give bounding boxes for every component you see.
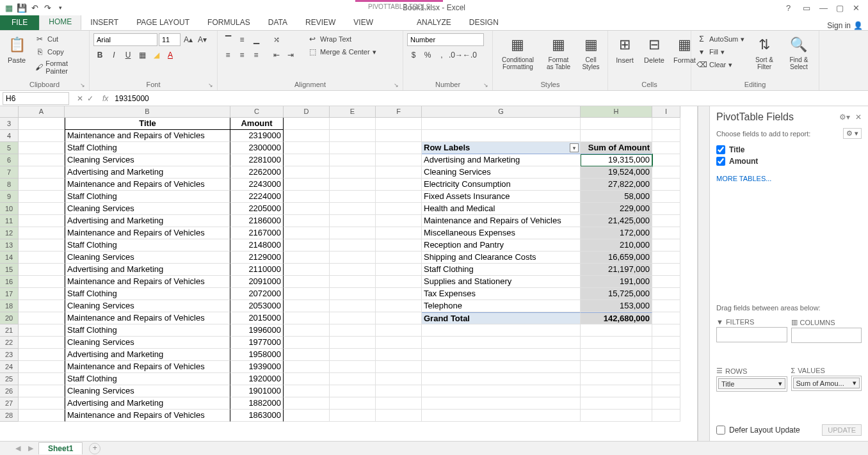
cell[interactable]: 2281000 [230,154,284,166]
cell[interactable] [19,203,65,215]
redo-icon[interactable]: ↷ [42,3,52,13]
cell[interactable] [581,324,652,337]
cell[interactable] [330,385,376,397]
cell[interactable] [19,191,65,203]
cell[interactable] [284,410,330,422]
row-header[interactable]: 11 [0,215,19,227]
cell[interactable] [284,166,330,179]
analyze-tab[interactable]: ANALYZE [408,15,460,30]
row-header[interactable]: 17 [0,288,19,300]
cell[interactable] [422,361,581,373]
number-format-combo[interactable] [407,33,484,46]
cell[interactable]: Cleaning Services [65,203,230,215]
align-right-icon[interactable]: ≡ [250,49,262,61]
row-header[interactable]: 13 [0,239,19,251]
cell[interactable] [652,142,680,154]
more-tables-link[interactable]: MORE TABLES... [716,172,862,182]
cell[interactable] [330,215,376,227]
cell[interactable] [581,410,652,422]
cell[interactable] [284,349,330,361]
cell[interactable] [284,337,330,349]
fx-icon[interactable]: fx [99,94,112,103]
cell[interactable] [330,397,376,410]
cell[interactable] [652,324,680,337]
cell[interactable] [330,337,376,349]
cell[interactable] [19,288,65,300]
sheet-nav-next-icon[interactable]: ▶ [26,444,36,452]
cell[interactable] [19,300,65,312]
row-header[interactable]: 22 [0,337,19,349]
cell[interactable] [376,130,422,142]
accept-formula-icon[interactable]: ✓ [87,94,93,103]
data-tab[interactable]: DATA [259,15,296,30]
cell[interactable]: Fixed Assets Insurance [422,191,581,203]
cell[interactable] [376,349,422,361]
cell[interactable] [652,203,680,215]
cell[interactable]: 2205000 [230,203,284,215]
row-header[interactable]: 4 [0,130,19,142]
cell[interactable] [284,203,330,215]
formulas-tab[interactable]: FORMULAS [198,15,259,30]
alignment-launcher-icon[interactable]: ↘ [394,82,399,88]
cell[interactable] [19,227,65,239]
cell[interactable] [284,154,330,166]
cell[interactable]: 153,000 [581,300,652,312]
cell[interactable]: Maintenance and Repairs of Vehicles [65,179,230,191]
cell[interactable] [330,142,376,154]
clear-button[interactable]: ⌫Clear ▾ [695,59,746,70]
insert-cells-button[interactable]: ⊞Insert [612,33,638,65]
cell[interactable] [422,385,581,397]
cell[interactable]: 2148000 [230,239,284,251]
row-header[interactable]: 7 [0,166,19,179]
cell[interactable] [284,251,330,264]
sign-in[interactable]: Sign in👤 [827,21,868,30]
pane-layout-icon[interactable]: ⚙ ▾ [843,128,862,139]
cell[interactable] [19,130,65,142]
cell[interactable]: 15,725,000 [581,288,652,300]
cell[interactable]: 2186000 [230,215,284,227]
cell[interactable]: Sum of Amount [581,142,652,154]
cell[interactable]: 2129000 [230,251,284,264]
cell[interactable] [376,154,422,166]
cell[interactable]: 2091000 [230,276,284,288]
cell[interactable]: Maintenance and Repairs of Vehicles [65,361,230,373]
cell[interactable] [330,239,376,251]
cell[interactable] [330,349,376,361]
sheet-tab[interactable]: Sheet1 [38,442,83,454]
cell[interactable] [376,397,422,410]
row-header[interactable]: 14 [0,251,19,264]
cell[interactable] [330,166,376,179]
cell[interactable] [330,130,376,142]
cell[interactable] [284,191,330,203]
row-header[interactable]: 28 [0,410,19,422]
cell[interactable] [581,337,652,349]
copy-button[interactable]: ⎘Copy [33,46,85,58]
cell[interactable]: 1863000 [230,410,284,422]
cell[interactable]: 2300000 [230,142,284,154]
cell[interactable] [19,397,65,410]
cell[interactable]: 2110000 [230,264,284,276]
cell[interactable] [581,130,652,142]
cell[interactable]: 16,659,000 [581,251,652,264]
row-header[interactable]: 16 [0,276,19,288]
column-header-C[interactable]: C [230,106,284,118]
cell[interactable] [330,251,376,264]
cell[interactable]: Miscellaneous Expenses [422,227,581,239]
cell[interactable] [422,410,581,422]
values-area-item[interactable]: Sum of Amou...▾ [793,378,860,388]
cell[interactable] [330,179,376,191]
cell[interactable] [19,264,65,276]
column-header-D[interactable]: D [284,106,330,118]
cell[interactable]: Grand Total [422,312,581,324]
cell[interactable] [422,337,581,349]
cell[interactable] [376,227,422,239]
cell[interactable] [330,227,376,239]
cell[interactable]: Advertising and Marketing [65,264,230,276]
cell[interactable] [422,349,581,361]
cell[interactable]: Row Labels▾ [422,142,581,154]
row-header[interactable]: 9 [0,191,19,203]
cell[interactable]: Reception and Pantry [422,239,581,251]
cell[interactable] [581,361,652,373]
column-header-H[interactable]: H [581,106,652,118]
cell[interactable]: Cleaning Services [65,251,230,264]
